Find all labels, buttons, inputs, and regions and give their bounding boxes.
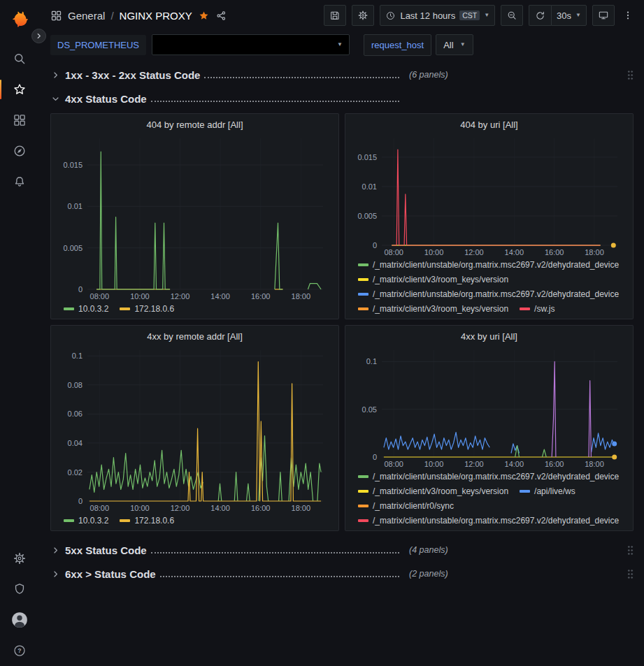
row-title: 1xx - 3xx - 2xx Status Code: [65, 69, 200, 81]
legend-item[interactable]: /_matrix/client/unstable/org.matrix.msc2…: [358, 287, 619, 301]
legend-series-marker: [358, 263, 368, 266]
sidebar-item-starred[interactable]: [0, 74, 39, 105]
legend-series-label: /_matrix/client/v3/room_keys/version: [373, 486, 508, 496]
panel-4xx-by-uri: 4xx by uri [All] 08:0010:0012:0014:0016:…: [345, 325, 634, 531]
svg-text:08:00: 08:00: [90, 504, 110, 512]
row-header-1xx-3xx-2xx[interactable]: 1xx - 3xx - 2xx Status Code (6 panels): [50, 63, 634, 87]
svg-text:10:00: 10:00: [130, 504, 150, 512]
row-header-5xx[interactable]: 5xx Status Code (4 panels): [50, 538, 634, 562]
gear-icon: [13, 551, 27, 565]
zoom-out-time-button[interactable]: [501, 5, 523, 26]
monitor-icon: [598, 10, 609, 21]
row-drag-handle[interactable]: [627, 70, 634, 80]
legend-series-marker: [520, 307, 530, 310]
legend-item[interactable]: /_matrix/client/unstable/org.matrix.msc2…: [358, 257, 619, 272]
chevron-right-icon: [35, 32, 43, 40]
breadcrumb-dashboard-title[interactable]: NGINX PROXY: [120, 10, 192, 22]
legend-item[interactable]: 10.0.3.2: [64, 301, 108, 316]
variable-ds-prometheus-label[interactable]: DS_PROMETHEUS: [50, 35, 146, 55]
legend-series-marker: [358, 307, 368, 310]
legend-series-marker: [64, 519, 74, 522]
share-icon[interactable]: [215, 10, 227, 22]
refresh-dashboard-button[interactable]: [529, 5, 551, 26]
row-drag-handle[interactable]: [627, 545, 634, 556]
panel-title[interactable]: 4xx by uri [All]: [351, 329, 627, 345]
panel-title[interactable]: 404 by uri [All]: [351, 117, 627, 133]
panel-title[interactable]: 404 by remote addr [All]: [57, 117, 333, 133]
legend-series-label: /_matrix/client/unstable/org.matrix.msc2…: [373, 516, 619, 526]
legend-item[interactable]: 172.18.0.6: [120, 513, 174, 528]
sidebar: ?: [0, 0, 39, 666]
svg-text:14:00: 14:00: [505, 460, 524, 468]
breadcrumb-separator: /: [110, 10, 113, 22]
svg-text:18:00: 18:00: [585, 460, 604, 468]
legend-item[interactable]: /_matrix/client/v3/room_keys/version: [358, 301, 508, 316]
sidebar-item-help[interactable]: ?: [0, 635, 39, 666]
sidebar-item-search[interactable]: [0, 43, 39, 74]
time-series-chart[interactable]: 08:0010:0012:0014:0016:0018:0000.050.1: [351, 345, 627, 469]
legend-item[interactable]: /sw.js: [520, 301, 554, 316]
favorite-star-icon[interactable]: [198, 10, 210, 22]
grafana-flame-icon: [9, 9, 30, 30]
variable-request-host-label[interactable]: request_host: [364, 34, 431, 56]
refresh-interval-label: 30s: [557, 10, 571, 21]
panel-title[interactable]: 4xx by remote addr [All]: [57, 329, 333, 345]
row-drag-handle[interactable]: [627, 569, 634, 579]
panel-legend: /_matrix/client/unstable/org.matrix.msc2…: [351, 257, 627, 316]
legend-series-label: /_matrix/client/unstable/org.matrix.msc2…: [373, 472, 619, 482]
legend-series-marker: [120, 307, 130, 310]
variable-request-host-select[interactable]: All ▼: [436, 34, 473, 55]
row-panel-count: (4 panels): [409, 545, 448, 555]
time-series-chart[interactable]: 08:0010:0012:0014:0016:0018:0000.020.040…: [57, 345, 333, 513]
dashboard-settings-button[interactable]: [352, 5, 374, 26]
more-options-kebab[interactable]: [620, 5, 636, 26]
svg-text:0.015: 0.015: [63, 161, 83, 169]
legend-item[interactable]: /_matrix/client/unstable/org.matrix.msc2…: [358, 513, 619, 528]
sidebar-item-dashboards[interactable]: [0, 105, 39, 136]
legend-series-label: /_matrix/client/unstable/org.matrix.msc2…: [373, 289, 619, 299]
legend-item[interactable]: /_matrix/client/v3/room_keys/version: [358, 484, 508, 498]
refresh-interval-picker[interactable]: 30s ▼: [551, 5, 587, 26]
legend-item[interactable]: /_matrix/client/unstable/org.matrix.msc2…: [358, 469, 619, 484]
sidebar-item-server-admin[interactable]: [0, 574, 39, 605]
legend-series-marker: [358, 278, 368, 281]
svg-text:14:00: 14:00: [210, 504, 230, 512]
svg-text:10:00: 10:00: [130, 292, 150, 301]
row-title: 6xx > Status Code: [65, 568, 156, 580]
svg-text:0.005: 0.005: [63, 244, 83, 252]
row-header-4xx[interactable]: 4xx Status Code: [50, 87, 634, 110]
legend-series-marker: [358, 505, 368, 507]
help-circle-icon: ?: [13, 644, 27, 658]
breadcrumb-section[interactable]: General: [68, 10, 105, 22]
legend-item[interactable]: 10.0.3.2: [64, 513, 108, 528]
cycle-view-mode-button[interactable]: [592, 5, 615, 26]
legend-series-marker: [358, 519, 368, 522]
time-series-chart[interactable]: 08:0010:0012:0014:0016:0018:0000.0050.01…: [351, 133, 627, 257]
zoom-out-icon: [506, 10, 517, 21]
legend-item[interactable]: /_matrix/client/v3/room_keys/version: [358, 272, 508, 287]
sidebar-item-alerting[interactable]: [0, 166, 39, 197]
sidebar-item-explore[interactable]: [0, 136, 39, 166]
variable-ds-prometheus-select[interactable]: ▼: [152, 34, 350, 55]
svg-text:12:00: 12:00: [171, 292, 190, 301]
svg-text:0.04: 0.04: [68, 439, 83, 447]
sidebar-item-configuration[interactable]: [0, 543, 39, 574]
sidebar-item-profile[interactable]: [0, 605, 39, 635]
legend-item[interactable]: /api/live/ws: [520, 484, 575, 498]
svg-text:14:00: 14:00: [505, 248, 524, 256]
legend-item[interactable]: /_matrix/client/r0/sync: [358, 498, 454, 513]
row-header-6xx[interactable]: 6xx > Status Code (2 panels): [50, 562, 634, 586]
time-series-chart[interactable]: 08:0010:0012:0014:0016:0018:0000.0050.01…: [57, 133, 333, 301]
grafana-logo[interactable]: [0, 6, 39, 34]
legend-series-marker: [120, 519, 130, 522]
save-dashboard-button[interactable]: [324, 5, 346, 26]
chevron-right-icon: [50, 545, 61, 556]
svg-text:0.08: 0.08: [68, 381, 83, 389]
legend-series-marker: [64, 307, 74, 310]
time-range-picker[interactable]: Last 12 hours CST ▼: [380, 5, 495, 26]
svg-text:08:00: 08:00: [90, 292, 110, 301]
svg-text:0.01: 0.01: [68, 202, 83, 210]
legend-item[interactable]: 172.18.0.6: [120, 301, 174, 316]
legend-series-marker: [358, 293, 368, 296]
sidebar-expand-button[interactable]: [31, 29, 46, 43]
